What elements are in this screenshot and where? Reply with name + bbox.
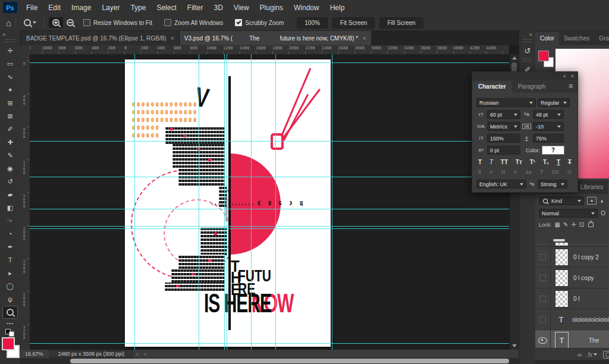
- layer-name[interactable]: The: [589, 337, 599, 344]
- guide-horizontal[interactable]: [30, 343, 509, 344]
- filter-kind-select[interactable]: Kind: [539, 196, 584, 205]
- link-layers-icon[interactable]: ∞: [577, 352, 582, 358]
- guide-horizontal[interactable]: [30, 62, 509, 63]
- layer-name[interactable]: 0 l copy 2: [573, 254, 599, 261]
- font-style-select[interactable]: Regular: [538, 98, 570, 107]
- scrubby-zoom-checkbox[interactable]: [235, 19, 242, 26]
- tool-zoom[interactable]: [2, 306, 18, 319]
- strikethrough-button[interactable]: T: [568, 159, 572, 165]
- status-chevron-left-icon[interactable]: ‹: [141, 351, 149, 357]
- tab-v3-active[interactable]: V3.psd @ 16.7% ( The future is here now,…: [180, 31, 371, 45]
- faux-bold-button[interactable]: T: [478, 159, 482, 165]
- menu-item[interactable]: Select: [151, 4, 181, 12]
- guide-horizontal[interactable]: [30, 141, 509, 142]
- guide-vertical[interactable]: [134, 54, 135, 350]
- lock-move-icon[interactable]: ✛: [571, 221, 576, 228]
- add-mask-icon[interactable]: [603, 351, 609, 359]
- tool-eyedropper[interactable]: ✐: [3, 123, 17, 136]
- stylistic-alternates-button[interactable]: aa: [525, 169, 531, 175]
- dock-grip[interactable]: [523, 39, 532, 42]
- tracking-select[interactable]: -10: [533, 122, 564, 131]
- tool-crop[interactable]: ⊞: [3, 96, 17, 109]
- layer-thumbnail[interactable]: [555, 269, 569, 287]
- fill-screen-button[interactable]: Fill Screen: [379, 17, 423, 29]
- history-panel-icon[interactable]: ↺: [525, 46, 531, 55]
- contextual-alternates-button[interactable]: ℯ: [489, 169, 492, 175]
- zoom-all-option[interactable]: Zoom All Windows: [164, 19, 223, 26]
- faux-italic-button[interactable]: T: [489, 159, 493, 165]
- layer-thumbnail[interactable]: [555, 249, 569, 266]
- eye-icon[interactable]: [538, 337, 547, 344]
- horizontal-scale-field[interactable]: 75%: [533, 134, 564, 143]
- lock-transparency-icon[interactable]: ▦: [555, 221, 560, 228]
- visibility-off-box[interactable]: [539, 316, 546, 323]
- tab-color[interactable]: Color: [535, 32, 559, 45]
- menu-item[interactable]: View: [228, 4, 255, 12]
- guide-vertical[interactable]: [332, 54, 332, 350]
- tool-hand[interactable]: ψ: [3, 293, 17, 306]
- guide-vertical[interactable]: [251, 54, 252, 350]
- text-color-swatch[interactable]: ?: [542, 146, 564, 155]
- lock-paint-icon[interactable]: ✎: [563, 221, 568, 228]
- document-info[interactable]: 2480 px x 3508 px (300 ppi): [49, 350, 134, 358]
- tool-move[interactable]: ✛: [3, 44, 17, 57]
- tool-pen[interactable]: ✒: [3, 240, 17, 253]
- vertical-scale-field[interactable]: 150%: [487, 134, 520, 143]
- toolbar-collapse-icon[interactable]: »: [0, 30, 8, 39]
- dock-grip[interactable]: [523, 58, 532, 61]
- menu-item[interactable]: 3D: [208, 4, 228, 12]
- text-layer-thumbnail[interactable]: T: [555, 332, 569, 349]
- tool-history-brush[interactable]: ↺: [3, 175, 17, 188]
- layer-row[interactable]: 0 l: [535, 288, 609, 309]
- horizontal-ruler[interactable]: 0010008006004002000200400600800100012001…: [30, 45, 509, 55]
- layer-row[interactable]: T oioioioioioioioioio: [535, 309, 609, 330]
- panel-close-icon[interactable]: ×: [571, 73, 574, 79]
- guide-horizontal[interactable]: [30, 177, 509, 177]
- tool-quick-selection[interactable]: ✦: [3, 83, 17, 96]
- menu-item[interactable]: Image: [66, 4, 96, 12]
- foreground-color-swatch[interactable]: [2, 337, 15, 350]
- lock-artboard-icon[interactable]: ⊡: [579, 221, 584, 228]
- visibility-off-box[interactable]: [539, 275, 546, 281]
- close-icon[interactable]: ×: [170, 34, 174, 42]
- text-layer-thumbnail[interactable]: T: [555, 312, 567, 328]
- zoom-in-button[interactable]: [49, 17, 63, 28]
- status-chevron-right-icon[interactable]: ›: [133, 351, 141, 357]
- zoom-tool-preset[interactable]: [20, 17, 40, 28]
- tab-libraries[interactable]: Libraries: [576, 181, 608, 194]
- font-size-select[interactable]: 60 pt: [487, 110, 520, 119]
- layer-row-partial[interactable]: [535, 243, 609, 247]
- tab-paragraph[interactable]: Paragraph: [512, 81, 552, 93]
- tool-frame[interactable]: ⊠: [3, 109, 17, 123]
- tool-spot-healing[interactable]: ✚: [3, 136, 17, 149]
- tool-lasso[interactable]: ∿: [3, 70, 17, 83]
- tool-gradient[interactable]: ◧: [3, 201, 17, 214]
- tab-badge-template[interactable]: BADGE TEMPLATE.psd @ 16.7% (Ellipse 1, R…: [21, 31, 180, 45]
- fit-screen-button[interactable]: Fit Screen: [332, 17, 375, 29]
- visibility-off-box[interactable]: [539, 254, 546, 261]
- dock-collapse-icon[interactable]: «: [526, 30, 536, 39]
- scroll-down-icon[interactable]: [512, 344, 517, 347]
- layer-name[interactable]: 0 l: [573, 296, 580, 302]
- guide-vertical[interactable]: [275, 54, 276, 350]
- all-caps-button[interactable]: TT: [501, 159, 508, 165]
- tool-eraser[interactable]: ▰: [3, 188, 17, 201]
- menu-item[interactable]: Type: [125, 4, 151, 12]
- lock-all-icon[interactable]: [588, 222, 594, 227]
- ligatures-button[interactable]: fi: [478, 169, 481, 175]
- tool-dodge[interactable]: ◔: [3, 227, 17, 240]
- guide-vertical[interactable]: [227, 54, 227, 350]
- baseline-shift-field[interactable]: 0 pt: [487, 146, 520, 155]
- tab-gradients[interactable]: Gradients: [594, 32, 609, 45]
- scrubby-zoom-option[interactable]: Scrubby Zoom: [235, 19, 284, 26]
- visibility-off-box[interactable]: [539, 296, 546, 302]
- discretionary-ligatures-button[interactable]: st: [501, 169, 505, 175]
- guide-vertical[interactable]: [199, 54, 199, 350]
- layer-row[interactable]: 0 l copy: [535, 268, 609, 288]
- language-select[interactable]: English: UK: [476, 180, 526, 189]
- toolbar-grip[interactable]: [5, 39, 15, 42]
- tool-ellipse[interactable]: ◯: [3, 280, 17, 293]
- layer-thumbnail[interactable]: [555, 290, 569, 307]
- canvas-viewport[interactable]: 00000000000000 00000000000000 0000000000…: [30, 54, 509, 350]
- menu-item[interactable]: Edit: [43, 4, 66, 12]
